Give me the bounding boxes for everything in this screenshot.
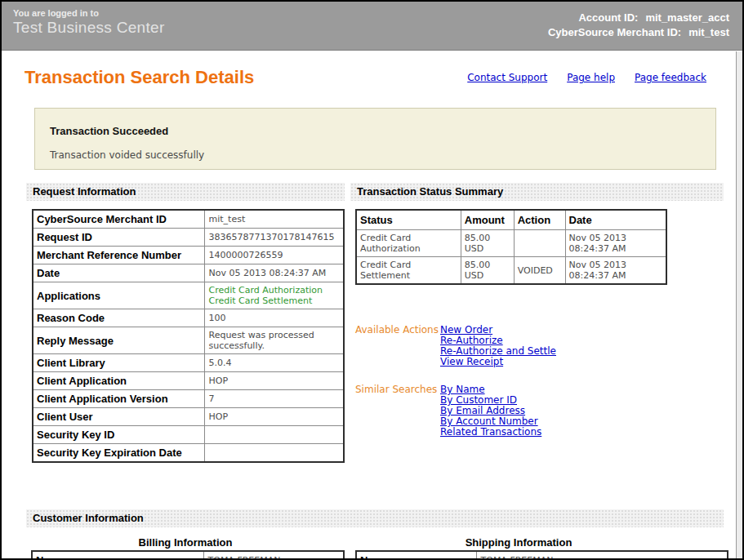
table-row: CyberSource Merchant ID mit_test bbox=[33, 210, 344, 229]
amount-cell: 85.00 USD bbox=[461, 230, 514, 257]
merchant-id-value: mit_test bbox=[688, 26, 729, 38]
transaction-message-box: Transaction Succeeded Transaction voided… bbox=[34, 108, 716, 170]
table-row: Name TOMA FREEMAN bbox=[32, 551, 344, 560]
request-information-header: Request Information bbox=[26, 183, 345, 201]
table-row: Reply Message Request was processed succ… bbox=[33, 327, 344, 354]
column-header-date: Date bbox=[565, 210, 666, 230]
amount-cell: 85.00 USD bbox=[461, 257, 514, 285]
row-value: 100 bbox=[204, 309, 344, 327]
column-header-amount: Amount bbox=[461, 210, 514, 230]
action-cell: VOIDED bbox=[514, 257, 565, 285]
table-row: Security Key Expiration Date bbox=[33, 444, 344, 463]
row-label: Reason Code bbox=[33, 309, 204, 327]
available-actions-label: Available Actions bbox=[355, 325, 440, 367]
message-title: Transaction Succeeded bbox=[50, 125, 715, 137]
app-title: Test Business Center bbox=[13, 19, 165, 37]
row-value: mit_test bbox=[204, 210, 344, 229]
table-row: Name TOMA FREEMAN bbox=[356, 551, 728, 560]
related-transactions-link[interactable]: Related Transactions bbox=[440, 427, 541, 438]
row-label: Request ID bbox=[33, 229, 204, 247]
similar-searches-block: Similar Searches By Name By Customer ID … bbox=[355, 384, 541, 438]
billing-information-table: Name TOMA FREEMAN bbox=[31, 550, 345, 560]
table-row: Merchant Reference Number 1400000726559 bbox=[33, 247, 344, 264]
row-label: CyberSource Merchant ID bbox=[33, 210, 204, 229]
date-cell: Nov 05 2013 08:24:37 AM bbox=[565, 230, 666, 257]
row-value: HOP bbox=[204, 408, 344, 426]
page-help-link[interactable]: Page help bbox=[567, 72, 615, 83]
row-label: Client User bbox=[33, 408, 204, 426]
view-receipt-link[interactable]: View Receipt bbox=[440, 357, 556, 367]
table-row: Credit Card Authorization 85.00 USD Nov … bbox=[356, 230, 666, 257]
merchant-ids: Account ID:mit_master_acct CyberSource M… bbox=[548, 11, 729, 40]
request-information-table: CyberSource Merchant ID mit_test Request… bbox=[32, 209, 345, 463]
row-label: Security Key Expiration Date bbox=[33, 444, 204, 463]
credit-card-authorization-link[interactable]: Credit Card Authorization bbox=[209, 285, 340, 296]
logged-in-prefix: You are logged in to bbox=[13, 8, 165, 18]
row-value: Nov 05 2013 08:24:37 AM bbox=[204, 264, 344, 282]
table-row: Applications Credit Card Authorization C… bbox=[33, 282, 344, 309]
table-header-row: Status Amount Action Date bbox=[356, 210, 666, 230]
similar-searches-label: Similar Searches bbox=[355, 384, 440, 438]
transaction-search-details-page: You are logged in to Test Business Cente… bbox=[0, 0, 744, 560]
row-value: 7 bbox=[204, 390, 344, 408]
row-label: Client Application bbox=[33, 372, 204, 390]
credit-card-settlement-link[interactable]: Credit Card Settlement bbox=[209, 296, 340, 306]
transaction-status-summary-table: Status Amount Action Date Credit Card Au… bbox=[355, 209, 667, 285]
similar-searches-links: By Name By Customer ID By Email Address … bbox=[440, 384, 541, 438]
row-label: Applications bbox=[33, 282, 204, 309]
transaction-status-summary-header: Transaction Status Summary bbox=[350, 183, 724, 201]
login-status: You are logged in to Test Business Cente… bbox=[13, 8, 165, 37]
customer-information-header: Customer Information bbox=[26, 509, 724, 527]
column-header-status: Status bbox=[356, 210, 461, 230]
row-label: Merchant Reference Number bbox=[33, 247, 204, 264]
account-id-label: Account ID: bbox=[578, 11, 638, 24]
row-label: Security Key ID bbox=[33, 426, 204, 444]
page-feedback-link[interactable]: Page feedback bbox=[635, 72, 706, 83]
help-links: Contact Support Page help Page feedback bbox=[467, 72, 706, 83]
applications-cell: Credit Card Authorization Credit Card Se… bbox=[204, 282, 344, 309]
table-row: Client Application HOP bbox=[33, 372, 344, 390]
date-cell: Nov 05 2013 08:24:37 AM bbox=[565, 257, 666, 285]
row-label: Name bbox=[356, 551, 476, 560]
page-title: Transaction Search Details bbox=[25, 67, 254, 88]
row-value: Request was processed successfully. bbox=[204, 327, 344, 354]
row-label: Name bbox=[32, 551, 203, 560]
table-row: Client User HOP bbox=[33, 408, 344, 426]
table-row: Security Key ID bbox=[33, 426, 344, 444]
merchant-id-row: CyberSource Merchant ID:mit_test bbox=[548, 25, 729, 40]
row-label: Client Library bbox=[33, 354, 204, 372]
billing-information-heading: Billing Information bbox=[26, 536, 345, 549]
row-value: 5.0.4 bbox=[204, 354, 344, 372]
row-value bbox=[204, 444, 344, 463]
row-label: Client Application Version bbox=[33, 390, 204, 408]
shipping-information-table: Name TOMA FREEMAN bbox=[355, 550, 728, 560]
row-value: TOMA FREEMAN bbox=[203, 551, 344, 560]
table-row: Request ID 3836578771370178147615 bbox=[33, 229, 344, 247]
row-value: HOP bbox=[204, 372, 344, 390]
status-cell: Credit Card Authorization bbox=[356, 230, 461, 257]
available-actions-block: Available Actions New Order Re-Authorize… bbox=[355, 325, 556, 367]
table-row: Credit Card Settlement 85.00 USD VOIDED … bbox=[356, 257, 666, 285]
status-cell: Credit Card Settlement bbox=[356, 257, 461, 285]
row-value: 3836578771370178147615 bbox=[204, 229, 344, 247]
row-label: Date bbox=[33, 264, 204, 282]
row-value bbox=[204, 426, 344, 444]
table-row: Client Library 5.0.4 bbox=[33, 354, 344, 372]
column-header-action: Action bbox=[514, 210, 565, 230]
available-actions-links: New Order Re-Authorize Re-Authorize and … bbox=[440, 325, 556, 367]
shipping-information-heading: Shipping Information bbox=[355, 536, 682, 549]
right-gutter bbox=[736, 51, 742, 558]
action-cell bbox=[514, 230, 565, 257]
row-value: 1400000726559 bbox=[204, 247, 344, 264]
table-row: Client Application Version 7 bbox=[33, 390, 344, 408]
account-id-value: mit_master_acct bbox=[645, 11, 729, 24]
row-value: TOMA FREEMAN bbox=[476, 551, 728, 560]
merchant-id-label: CyberSource Merchant ID: bbox=[548, 26, 681, 38]
table-row: Date Nov 05 2013 08:24:37 AM bbox=[33, 264, 344, 282]
contact-support-link[interactable]: Contact Support bbox=[467, 72, 547, 83]
app-header: You are logged in to Test Business Cente… bbox=[2, 2, 742, 51]
table-row: Reason Code 100 bbox=[33, 309, 344, 327]
row-label: Reply Message bbox=[33, 327, 204, 354]
account-id-row: Account ID:mit_master_acct bbox=[548, 11, 729, 25]
message-body: Transaction voided successfully bbox=[50, 149, 715, 161]
